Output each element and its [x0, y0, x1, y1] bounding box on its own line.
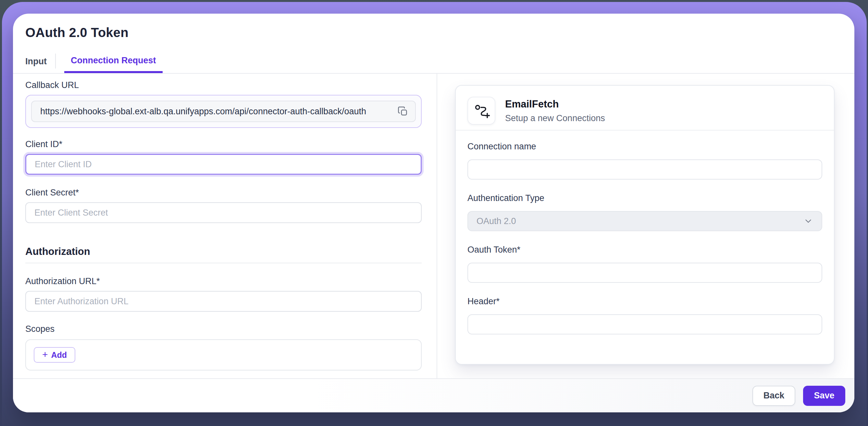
header-row: Header*	[467, 297, 822, 334]
header-input[interactable]	[467, 314, 822, 334]
connection-name-label: Connection name	[467, 142, 822, 152]
header-label: Header*	[467, 297, 822, 306]
connection-preview-card: EmailFetch Setup a new Connections Conne…	[455, 85, 835, 365]
connection-name-row: Connection name	[467, 142, 822, 180]
route-plus-icon	[471, 101, 492, 121]
callback-url-input[interactable]	[40, 106, 393, 117]
app-name: EmailFetch	[505, 98, 605, 110]
authentication-type-row: Authentication Type OAuth 2.0	[467, 193, 822, 231]
client-secret-label: Client Secret*	[25, 188, 422, 198]
oauth-token-label: Oauth Token*	[467, 245, 822, 255]
tab-bar: Input Connection Request	[25, 54, 842, 73]
client-id-label: Client ID*	[25, 139, 422, 149]
add-scope-label: Add	[51, 351, 67, 360]
add-scope-button[interactable]: + Add	[34, 347, 75, 363]
authorization-divider	[25, 263, 422, 263]
client-id-input[interactable]	[25, 154, 422, 175]
tab-connection-request[interactable]: Connection Request	[64, 56, 163, 73]
tab-input-label: Input	[25, 57, 47, 66]
oauth-token-row: Oauth Token*	[467, 245, 822, 283]
tab-input[interactable]: Input	[25, 57, 52, 73]
oauth-token-dialog: OAuth 2.0 Token Input Connection Request…	[13, 13, 855, 413]
authorization-url-input[interactable]	[25, 291, 422, 312]
callback-url-field	[31, 101, 416, 122]
connection-request-form: Callback URL Client ID*	[13, 74, 437, 378]
plus-icon: +	[42, 350, 48, 359]
copy-icon	[397, 106, 408, 117]
callback-url-label: Callback URL	[25, 80, 422, 90]
dialog-footer: Back Save	[13, 378, 855, 413]
app-subtitle: Setup a new Connections	[505, 113, 605, 123]
callback-url-container	[25, 95, 422, 128]
tab-separator	[55, 54, 56, 68]
authorization-url-label: Authorization URL*	[25, 276, 422, 286]
preview-card-titles: EmailFetch Setup a new Connections	[505, 98, 605, 123]
tab-connection-request-label: Connection Request	[71, 56, 156, 65]
oauth-token-input[interactable]	[467, 263, 822, 283]
dialog-content: Callback URL Client ID*	[13, 74, 855, 378]
connection-preview-panel: EmailFetch Setup a new Connections Conne…	[437, 74, 855, 378]
page-title: OAuth 2.0 Token	[25, 25, 842, 40]
dialog-header: OAuth 2.0 Token Input Connection Request	[13, 13, 855, 74]
preview-card-body: Connection name Authentication Type OAut…	[456, 130, 834, 359]
preview-card-header: EmailFetch Setup a new Connections	[456, 86, 834, 130]
connection-name-input[interactable]	[467, 159, 822, 180]
chevron-down-icon	[803, 216, 813, 226]
authentication-type-label: Authentication Type	[467, 193, 822, 203]
authentication-type-select[interactable]: OAuth 2.0	[467, 211, 822, 231]
scopes-label: Scopes	[25, 324, 422, 334]
copy-button[interactable]	[395, 103, 411, 119]
scopes-container: + Add	[25, 339, 422, 370]
authentication-type-value: OAuth 2.0	[476, 216, 516, 226]
back-button[interactable]: Back	[752, 386, 795, 406]
app-logo	[467, 97, 495, 125]
client-secret-input[interactable]	[25, 202, 422, 223]
save-button[interactable]: Save	[803, 386, 845, 406]
authorization-section-heading: Authorization	[25, 246, 422, 257]
